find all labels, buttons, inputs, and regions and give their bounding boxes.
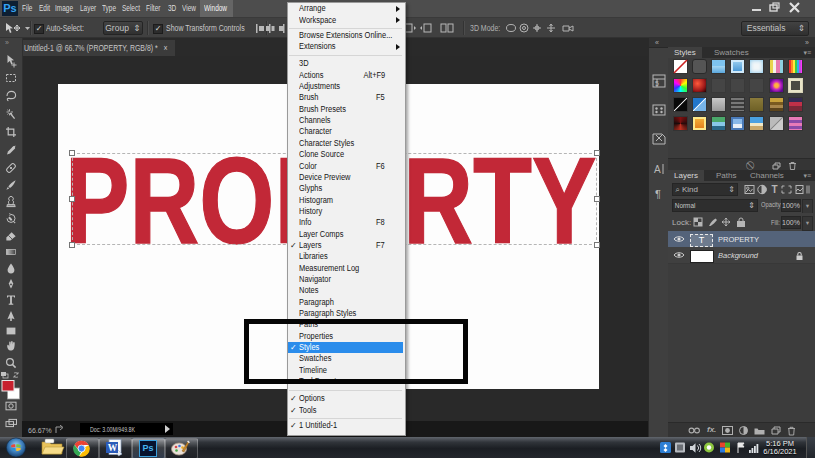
svg-text:W: W [108,443,118,453]
svg-text:A: A [654,164,661,175]
svg-text:¶: ¶ [655,188,661,200]
svg-text:T: T [772,184,778,195]
svg-text:5: 5 [655,80,659,87]
